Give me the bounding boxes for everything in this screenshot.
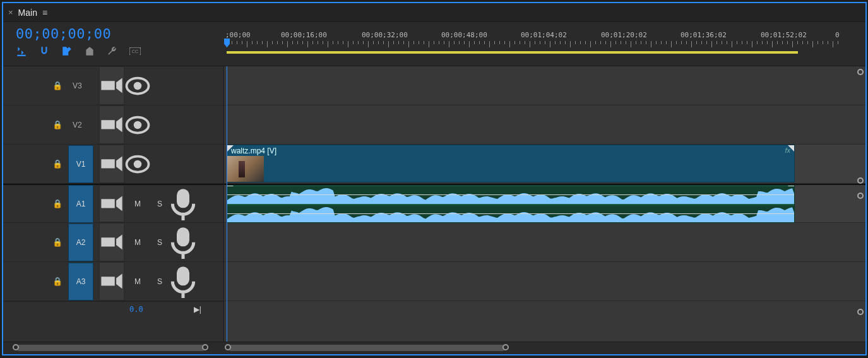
solo-button[interactable]: S [152, 235, 167, 250]
ruler-label: 00;00;16;00 [281, 31, 327, 39]
voiceover-record-button[interactable] [170, 262, 196, 301]
ruler-label: 0 [835, 31, 840, 39]
work-area-bar[interactable] [227, 51, 798, 54]
sync-lock-button[interactable] [99, 105, 124, 144]
insert-sequence-icon[interactable] [16, 45, 27, 57]
track-lane-a2[interactable] [224, 223, 865, 262]
ruler-label: 00;01;36;02 [681, 31, 727, 39]
sync-lock-button[interactable] [99, 185, 124, 222]
close-panel-icon[interactable]: × [8, 8, 13, 17]
linked-selection-icon[interactable] [61, 45, 73, 57]
clip-title: waltz.mp4 [V] [231, 146, 276, 155]
source-patch-a3[interactable]: A3 [68, 263, 93, 301]
playhead-line[interactable] [227, 66, 227, 342]
mute-button[interactable]: M [130, 235, 145, 250]
track-label[interactable]: V2 [73, 121, 82, 129]
track-lane-v1[interactable]: waltz.mp4 [V] fx [224, 145, 865, 184]
volume-rubberband[interactable] [227, 213, 794, 214]
panel-menu-icon[interactable]: ≡ [42, 8, 47, 18]
sync-lock-button[interactable] [99, 223, 124, 261]
master-track-header: 0.0 ▶| [3, 301, 223, 316]
zoom-handle-icon[interactable] [202, 344, 208, 350]
captions-icon[interactable]: CC [129, 45, 141, 57]
marker-icon[interactable] [84, 45, 95, 57]
vertical-zoom-handle[interactable] [857, 193, 864, 199]
timeline-panel: × Main ≡ 00;00;00;00 CC ;00;0000;00;16;0… [2, 2, 867, 355]
timeline-tracks-area[interactable]: waltz.mp4 [V] fx ıılıı fx [224, 66, 865, 342]
lock-icon[interactable]: 🔒 [52, 159, 62, 169]
svg-point-3 [134, 81, 142, 90]
track-headers: 🔒 V3 🔒 V2 🔒 V1 🔒 A1 [3, 66, 224, 342]
svg-rect-10 [177, 266, 189, 285]
playhead-timecode[interactable]: 00;00;00;00 [16, 26, 218, 42]
track-label[interactable]: V3 [73, 81, 82, 90]
track-lane-a1[interactable]: ıılıı fx [224, 184, 865, 223]
pan-value[interactable]: 0.0 [129, 305, 143, 314]
ruler-ticks [224, 41, 865, 50]
bottom-scrollbar-area [3, 342, 865, 354]
track-header-a3: 🔒 A3 M S [3, 262, 223, 301]
svg-point-5 [134, 121, 142, 129]
sync-lock-button[interactable] [99, 145, 124, 183]
ruler-label: ;00;00 [225, 31, 251, 39]
source-patch-v1[interactable]: V1 [68, 145, 93, 183]
go-to-end-icon[interactable]: ▶| [194, 305, 201, 314]
lock-icon[interactable]: 🔒 [52, 120, 62, 129]
audio-clip[interactable]: ıılıı fx [227, 185, 795, 223]
voiceover-record-button[interactable] [170, 185, 196, 222]
lock-icon[interactable]: 🔒 [52, 237, 62, 247]
toolbar: CC [16, 45, 218, 57]
clip-thumbnail [227, 156, 264, 182]
ruler-label: 00;01;20;02 [601, 31, 647, 39]
sync-lock-button[interactable] [99, 66, 124, 105]
toggle-track-output-button[interactable] [125, 145, 150, 183]
vertical-zoom-handle[interactable] [857, 177, 864, 184]
video-clip[interactable]: waltz.mp4 [V] fx [227, 145, 795, 182]
source-patch-a2[interactable]: A2 [68, 224, 93, 261]
zoom-handle-icon[interactable] [502, 344, 509, 350]
svg-marker-12 [227, 207, 794, 223]
settings-wrench-icon[interactable] [107, 45, 118, 57]
waveform-channel [227, 186, 794, 204]
zoom-scrollbar-left[interactable] [3, 342, 224, 354]
ruler-label: 00;00;32;00 [362, 31, 408, 39]
mute-button[interactable]: M [130, 274, 145, 289]
sequence-tab[interactable]: Main [18, 8, 37, 18]
svg-text:CC: CC [132, 49, 138, 54]
fx-badge[interactable]: fx [785, 146, 790, 154]
time-ruler[interactable]: ;00;0000;00;16;0000;00;32;0000;00;48;000… [224, 28, 865, 54]
svg-rect-8 [177, 189, 189, 208]
time-ruler-area: ;00;0000;00;16;0000;00;32;0000;00;48;000… [224, 22, 865, 66]
voiceover-record-button[interactable] [170, 223, 196, 261]
svg-rect-9 [177, 227, 189, 246]
lock-icon[interactable]: 🔒 [52, 81, 62, 90]
lock-icon[interactable]: 🔒 [52, 277, 62, 286]
waveform-channel [227, 205, 794, 223]
source-patch-a1[interactable]: A1 [68, 185, 93, 223]
track-lane-v3[interactable] [224, 66, 865, 105]
track-lane-a3[interactable] [224, 262, 865, 301]
zoom-handle-icon[interactable] [13, 344, 19, 350]
track-lane-v2[interactable] [224, 105, 865, 145]
toggle-track-output-button[interactable] [125, 105, 150, 144]
ruler-label: 00;01;52;02 [761, 31, 807, 39]
vertical-zoom-handle[interactable] [857, 69, 864, 75]
toggle-track-output-button[interactable] [125, 66, 150, 105]
track-header-v2: 🔒 V2 [3, 105, 223, 145]
ruler-label: 00;00;48;00 [441, 31, 487, 39]
solo-button[interactable]: S [152, 274, 167, 289]
track-header-a2: 🔒 A2 M S [3, 223, 223, 262]
lock-icon[interactable]: 🔒 [52, 199, 62, 208]
mute-button[interactable]: M [130, 196, 145, 212]
track-header-v3: 🔒 V3 [3, 66, 223, 105]
horizontal-scrollbar[interactable] [224, 342, 865, 354]
timeline-body: 🔒 V3 🔒 V2 🔒 V1 🔒 A1 [3, 66, 865, 342]
vertical-zoom-handle[interactable] [857, 309, 864, 315]
zoom-handle-icon[interactable] [225, 344, 231, 350]
header-controls: 00;00;00;00 CC [3, 22, 224, 66]
snap-icon[interactable] [39, 45, 50, 57]
track-header-v1: 🔒 V1 [3, 145, 223, 184]
sync-lock-button[interactable] [99, 262, 124, 301]
solo-button[interactable]: S [152, 196, 167, 212]
volume-rubberband[interactable] [227, 194, 794, 195]
